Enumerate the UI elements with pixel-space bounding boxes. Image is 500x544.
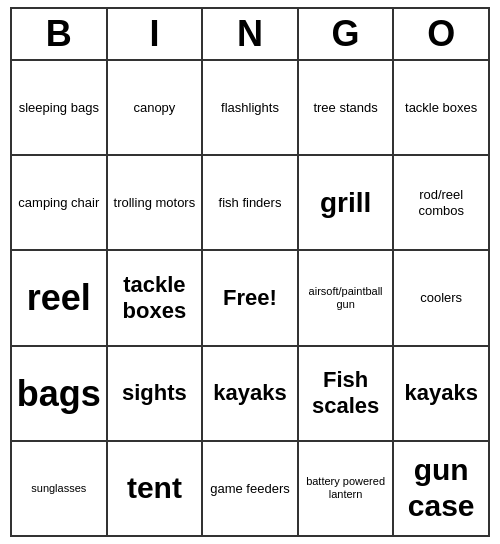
cell-r4c3: kayaks: [203, 347, 299, 440]
cell-r2c1: camping chair: [12, 156, 108, 249]
cell-r4c1: bags: [12, 347, 108, 440]
cell-r5c5: gun case: [394, 442, 488, 535]
header-o: O: [394, 9, 488, 59]
cell-r4c5: kayaks: [394, 347, 488, 440]
cell-r5c1: sunglasses: [12, 442, 108, 535]
bingo-row: camping chair trolling motors fish finde…: [12, 156, 488, 251]
cell-r1c1: sleeping bags: [12, 61, 108, 154]
cell-r2c2: trolling motors: [108, 156, 204, 249]
header-b: B: [12, 9, 108, 59]
cell-r3c4: airsoft/paintball gun: [299, 251, 395, 344]
cell-r5c2: tent: [108, 442, 204, 535]
header-n: N: [203, 9, 299, 59]
bingo-row: bags sights kayaks Fish scales kayaks: [12, 347, 488, 442]
cell-r3c3-free: Free!: [203, 251, 299, 344]
cell-r1c5: tackle boxes: [394, 61, 488, 154]
bingo-header: B I N G O: [12, 9, 488, 61]
cell-r1c3: flashlights: [203, 61, 299, 154]
cell-r4c4: Fish scales: [299, 347, 395, 440]
bingo-grid: sleeping bags canopy flashlights tree st…: [12, 61, 488, 535]
cell-r3c1: reel: [12, 251, 108, 344]
header-g: G: [299, 9, 395, 59]
cell-r3c2: tackle boxes: [108, 251, 204, 344]
cell-r5c3: game feeders: [203, 442, 299, 535]
cell-r3c5: coolers: [394, 251, 488, 344]
cell-r4c2: sights: [108, 347, 204, 440]
cell-r2c4: grill: [299, 156, 395, 249]
bingo-row: sleeping bags canopy flashlights tree st…: [12, 61, 488, 156]
cell-r2c3: fish finders: [203, 156, 299, 249]
bingo-card: B I N G O sleeping bags canopy flashligh…: [10, 7, 490, 537]
cell-r2c5: rod/reel combos: [394, 156, 488, 249]
bingo-row: reel tackle boxes Free! airsoft/paintbal…: [12, 251, 488, 346]
header-i: I: [108, 9, 204, 59]
cell-r1c4: tree stands: [299, 61, 395, 154]
cell-r1c2: canopy: [108, 61, 204, 154]
bingo-row: sunglasses tent game feeders battery pow…: [12, 442, 488, 535]
cell-r5c4: battery powered lantern: [299, 442, 395, 535]
